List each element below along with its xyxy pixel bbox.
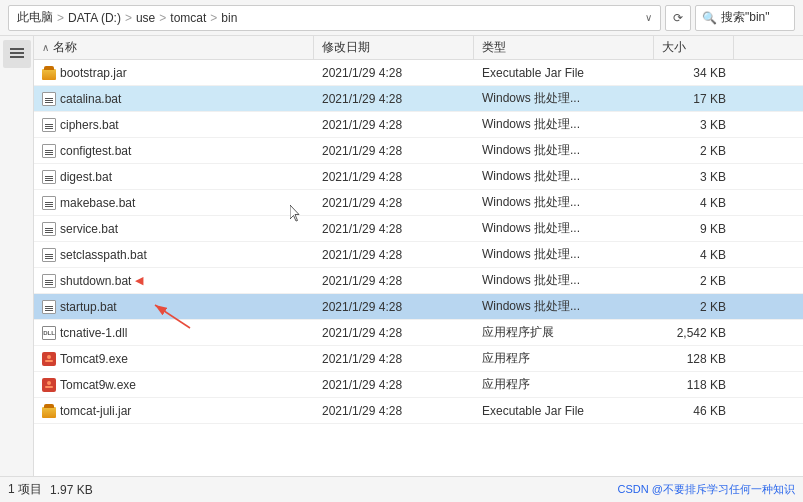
file-row[interactable]: Tomcat9w.exe2021/1/29 4:28应用程序118 KB [34,372,803,398]
file-size: 128 KB [654,346,734,371]
file-size: 17 KB [654,86,734,111]
file-type: Windows 批处理... [474,268,654,293]
file-date: 2021/1/29 4:28 [314,138,474,163]
svg-point-6 [47,381,51,385]
status-size: 1.97 KB [50,483,93,497]
file-date: 2021/1/29 4:28 [314,294,474,319]
svg-rect-9 [50,388,52,391]
toolbar: 此电脑 > DATA (D:) > use > tomcat > bin ∨ ⟳… [0,0,803,36]
file-row[interactable]: makebase.bat2021/1/29 4:28Windows 批处理...… [34,190,803,216]
search-label[interactable]: 搜索"bin" [721,9,770,26]
col-header-date[interactable]: 修改日期 [314,36,474,59]
file-date: 2021/1/29 4:28 [314,86,474,111]
file-size: 3 KB [654,164,734,189]
file-type: Executable Jar File [474,398,654,423]
file-row[interactable]: shutdown.bat◀2021/1/29 4:28Windows 批处理..… [34,268,803,294]
file-date: 2021/1/29 4:28 [314,216,474,241]
breadcrumb-drive[interactable]: DATA (D:) [68,11,121,25]
file-date: 2021/1/29 4:28 [314,242,474,267]
file-row[interactable]: ciphers.bat2021/1/29 4:28Windows 批处理...3… [34,112,803,138]
breadcrumb-use[interactable]: use [136,11,155,25]
file-row[interactable]: bootstrap.jar2021/1/29 4:28Executable Ja… [34,60,803,86]
file-type: Windows 批处理... [474,138,654,163]
file-date: 2021/1/29 4:28 [314,346,474,371]
sidebar-nav[interactable] [3,40,31,68]
file-name: Tomcat9.exe [34,346,314,371]
file-name: digest.bat [34,164,314,189]
file-name: makebase.bat [34,190,314,215]
col-header-size[interactable]: 大小 [654,36,734,59]
file-type: Windows 批处理... [474,294,654,319]
file-row[interactable]: startup.bat2021/1/29 4:28Windows 批处理...2… [34,294,803,320]
file-row[interactable]: tomcat-juli.jar2021/1/29 4:28Executable … [34,398,803,424]
status-left: 1 项目 1.97 KB [8,481,93,498]
col-header-name[interactable]: ∧ 名称 [34,36,314,59]
file-type: Executable Jar File [474,60,654,85]
file-date: 2021/1/29 4:28 [314,398,474,423]
refresh-button[interactable]: ⟳ [665,5,691,31]
file-list: bootstrap.jar2021/1/29 4:28Executable Ja… [34,60,803,424]
breadcrumb-bin[interactable]: bin [221,11,237,25]
breadcrumb[interactable]: 此电脑 > DATA (D:) > use > tomcat > bin ∨ [8,5,661,31]
status-items: 1 项目 [8,481,42,498]
svg-rect-3 [46,362,48,365]
file-type: Windows 批处理... [474,242,654,267]
file-name: configtest.bat [34,138,314,163]
sort-arrow: ∧ [42,42,49,53]
file-row[interactable]: Tomcat9.exe2021/1/29 4:28应用程序128 KB [34,346,803,372]
file-name: tomcat-juli.jar [34,398,314,423]
file-date: 2021/1/29 4:28 [314,268,474,293]
file-row[interactable]: service.bat2021/1/29 4:28Windows 批处理...9… [34,216,803,242]
watermark: CSDN @不要排斥学习任何一种知识 [618,482,795,497]
file-type: Windows 批处理... [474,86,654,111]
file-type: Windows 批处理... [474,164,654,189]
file-area: ∧ 名称 修改日期 类型 大小 bootstrap.jar2021/1/29 4… [34,36,803,476]
file-type: 应用程序 [474,346,654,371]
file-name: catalina.bat [34,86,314,111]
file-row[interactable]: setclasspath.bat2021/1/29 4:28Windows 批处… [34,242,803,268]
file-name: startup.bat [34,294,314,319]
file-size: 46 KB [654,398,734,423]
file-size: 2 KB [654,268,734,293]
file-date: 2021/1/29 4:28 [314,320,474,345]
col-header-type[interactable]: 类型 [474,36,654,59]
file-size: 2 KB [654,294,734,319]
svg-rect-2 [45,360,53,362]
file-date: 2021/1/29 4:28 [314,60,474,85]
main-area: ∧ 名称 修改日期 类型 大小 bootstrap.jar2021/1/29 4… [0,36,803,476]
file-row[interactable]: digest.bat2021/1/29 4:28Windows 批处理...3 … [34,164,803,190]
file-type: 应用程序扩展 [474,320,654,345]
file-size: 34 KB [654,60,734,85]
file-name: shutdown.bat◀ [34,268,314,293]
file-type: 应用程序 [474,372,654,397]
file-size: 4 KB [654,190,734,215]
file-size: 4 KB [654,242,734,267]
file-size: 2,542 KB [654,320,734,345]
file-type: Windows 批处理... [474,216,654,241]
file-date: 2021/1/29 4:28 [314,164,474,189]
file-name: service.bat [34,216,314,241]
svg-point-1 [47,355,51,359]
file-name: DLLtcnative-1.dll [34,320,314,345]
file-date: 2021/1/29 4:28 [314,190,474,215]
file-row[interactable]: configtest.bat2021/1/29 4:28Windows 批处理.… [34,138,803,164]
file-size: 2 KB [654,138,734,163]
file-date: 2021/1/29 4:28 [314,372,474,397]
status-bar: 1 项目 1.97 KB CSDN @不要排斥学习任何一种知识 [0,476,803,502]
file-size: 118 KB [654,372,734,397]
sidebar [0,36,34,476]
breadcrumb-tomcat[interactable]: tomcat [170,11,206,25]
file-name: Tomcat9w.exe [34,372,314,397]
file-name: ciphers.bat [34,112,314,137]
svg-rect-7 [45,386,53,388]
file-row[interactable]: DLLtcnative-1.dll2021/1/29 4:28应用程序扩展2,5… [34,320,803,346]
svg-rect-8 [46,388,48,391]
search-box[interactable]: 🔍 搜索"bin" [695,5,795,31]
file-size: 9 KB [654,216,734,241]
breadcrumb-pc[interactable]: 此电脑 [17,9,53,26]
file-date: 2021/1/29 4:28 [314,112,474,137]
file-name: setclasspath.bat [34,242,314,267]
file-row[interactable]: catalina.bat2021/1/29 4:28Windows 批处理...… [34,86,803,112]
file-type: Windows 批处理... [474,112,654,137]
file-type: Windows 批处理... [474,190,654,215]
